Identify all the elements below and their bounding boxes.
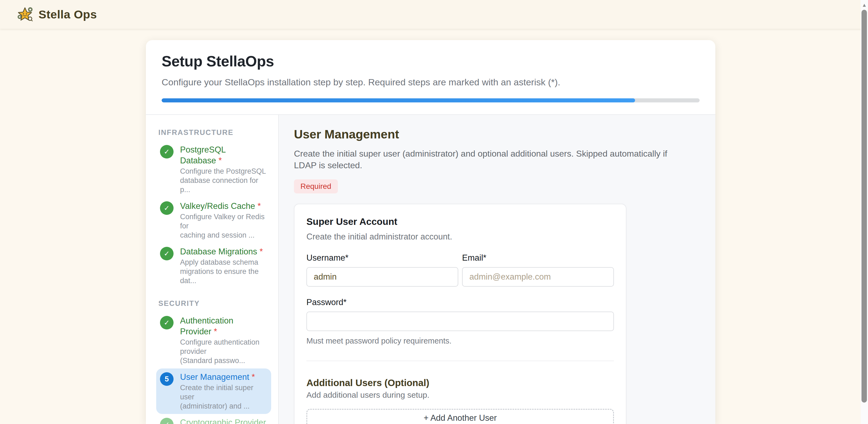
super-user-title: Super User Account (306, 216, 614, 227)
page-subtitle: Configure your StellaOps installation st… (162, 77, 700, 88)
sidebar-section-infrastructure: INFRASTRUCTURE✓PostgreSQL Database*Confi… (156, 128, 271, 289)
step-title: User Management (294, 127, 700, 141)
step-item-description: Apply database schemamigrations to ensur… (180, 258, 267, 285)
required-asterisk: * (258, 201, 261, 211)
progress-bar (162, 98, 700, 102)
required-asterisk: * (252, 372, 255, 382)
email-label: Email* (462, 253, 614, 263)
step-item-title: User Management* (180, 372, 267, 383)
brand-name: Stella Ops (38, 8, 97, 21)
section-divider (306, 361, 614, 361)
sidebar-item-user-management[interactable]: 5User Management*Create the initial supe… (156, 368, 271, 414)
super-user-subtitle: Create the initial administrator account… (306, 232, 614, 242)
sidebar-nav: INFRASTRUCTURE✓PostgreSQL Database*Confi… (156, 128, 271, 424)
check-icon: ✓ (160, 145, 174, 159)
check-icon: ✓ (160, 316, 174, 329)
sidebar-item-valkey-redis-cache[interactable]: ✓Valkey/Redis Cache*Configure Valkey or … (156, 197, 271, 243)
check-icon: ✓ (160, 247, 174, 260)
username-field[interactable] (306, 267, 458, 287)
sidebar-item-database-migrations[interactable]: ✓Database Migrations*Apply database sche… (156, 243, 271, 289)
sidebar-section-security: SECURITY✓Authentication Provider*Configu… (156, 299, 271, 424)
sidebar-section-label: SECURITY (158, 299, 271, 308)
sidebar-item-cryptographic-provider[interactable]: ✓Cryptographic ProviderSelect cryptograp… (156, 414, 271, 424)
step-content: User Management Create the initial super… (279, 115, 715, 424)
username-label: Username* (306, 253, 458, 263)
step-item-description: Configure the PostgreSQLdatabase connect… (180, 167, 267, 194)
password-label: Password* (306, 297, 614, 307)
sidebar-item-authentication-provider[interactable]: ✓Authentication Provider*Configure authe… (156, 312, 271, 368)
step-item-description: Create the initial super user(administra… (180, 383, 267, 411)
step-description: Create the initial super user (administr… (294, 148, 668, 171)
setup-steps-sidebar: INFRASTRUCTURE✓PostgreSQL Database*Confi… (146, 115, 279, 424)
step-item-description: Configure Valkey or Redis forcaching and… (180, 212, 267, 240)
password-field[interactable] (306, 312, 614, 331)
required-asterisk: * (259, 247, 263, 256)
progress-fill (162, 98, 635, 102)
scrollbar-thumb[interactable] (862, 10, 867, 402)
check-icon: ✓ (160, 201, 174, 215)
sidebar-item-postgresql-database[interactable]: ✓PostgreSQL Database*Configure the Postg… (156, 141, 271, 197)
super-user-card: Super User Account Create the initial ad… (294, 204, 626, 424)
step-item-title: PostgreSQL Database* (180, 144, 267, 166)
required-badge: Required (294, 180, 338, 193)
step-number: 5 (160, 372, 174, 386)
wizard-intro: Setup StellaOps Configure your StellaOps… (146, 40, 715, 115)
setup-wizard-card: Setup StellaOps Configure your StellaOps… (146, 40, 715, 424)
sidebar-section-label: INFRASTRUCTURE (158, 128, 271, 137)
add-another-user-button[interactable]: + Add Another User (306, 409, 614, 424)
additional-users-subtitle: Add additional users during setup. (306, 390, 614, 400)
app-header: Stella Ops (0, 0, 868, 29)
check-icon: ✓ (160, 418, 174, 424)
step-item-title: Cryptographic Provider (180, 417, 267, 424)
password-helper: Must meet password policy requirements. (306, 336, 614, 346)
step-item-title: Database Migrations* (180, 246, 267, 257)
step-item-description: Configure authentication provider(Standa… (180, 337, 267, 365)
email-field[interactable] (462, 267, 614, 287)
additional-users-title: Additional Users (Optional) (306, 378, 614, 388)
page-title: Setup StellaOps (162, 53, 700, 70)
stella-logo-icon (17, 6, 33, 23)
required-asterisk: * (219, 156, 222, 165)
scrollbar-up-icon[interactable]: ▲ (861, 1, 868, 9)
page-scrollbar[interactable]: ▲ (861, 0, 868, 424)
required-asterisk: * (214, 327, 217, 336)
step-item-title: Valkey/Redis Cache* (180, 201, 267, 211)
step-item-title: Authentication Provider* (180, 315, 267, 337)
